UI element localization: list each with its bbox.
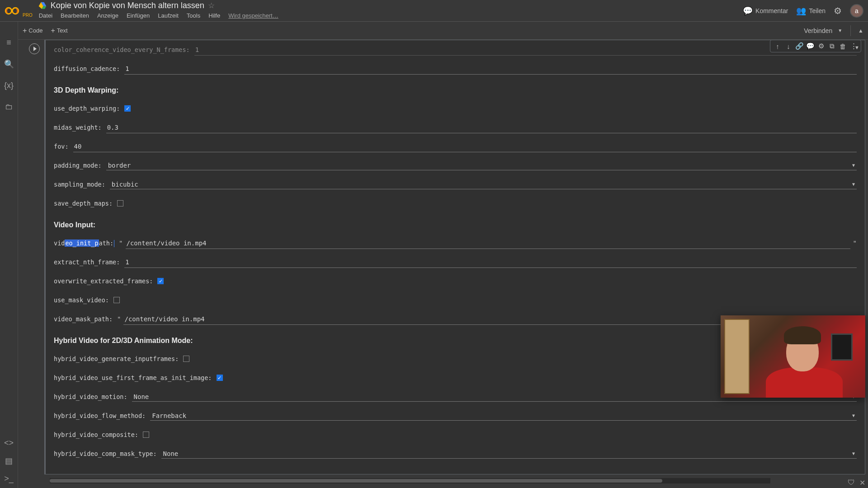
toolbar: +Code +Text Verbinden ▼ ▲ <box>0 22 868 40</box>
gear-icon[interactable]: ⚙ <box>834 5 842 16</box>
padding-mode-select[interactable]: border ▼ <box>106 161 857 170</box>
video-mask-path-label: video_mask_path: <box>54 315 113 323</box>
teilen-label: Teilen <box>809 7 826 14</box>
star-icon[interactable]: ☆ <box>208 1 215 10</box>
midas-weight-label: midas_weight: <box>54 124 102 131</box>
use-depth-warping-checkbox[interactable] <box>124 105 131 112</box>
overwrite-extracted-frames-checkbox[interactable] <box>157 278 164 284</box>
comment-icon: 💬 <box>743 6 753 16</box>
connect-label: Verbinden <box>804 27 832 34</box>
menu-anzeige[interactable]: Anzeige <box>97 12 118 19</box>
hybrid-flow-select[interactable]: Farneback ▼ <box>150 411 857 421</box>
hybrid-mask-type-value: None <box>163 450 179 457</box>
save-status: Wird gespeichert… <box>228 12 278 19</box>
video-init-path-label: video_init_path: <box>54 239 114 247</box>
notebook: ↑ ↓ 🔗 💬 ⚙ ⧉ 🗑 ⋮ color_coherence_video_ev… <box>24 40 865 483</box>
use-mask-video-checkbox[interactable] <box>113 297 120 303</box>
webcam-overlay <box>721 315 865 398</box>
hybrid-generate-checkbox[interactable] <box>183 356 189 362</box>
chevron-down-icon: ▼ <box>852 413 855 418</box>
menu-hilfe[interactable]: Hilfe <box>208 12 220 19</box>
save-depth-maps-label: save_depth_maps: <box>54 200 113 207</box>
code-snippets-icon[interactable]: <> <box>4 438 14 448</box>
expand-triangle-icon[interactable]: ▼ <box>854 45 859 50</box>
section-video-input: Video Input: <box>54 221 857 229</box>
menu-bar: Datei Bearbeiten Anzeige Einfügen Laufze… <box>38 11 278 21</box>
hybrid-motion-label: hybrid_video_motion: <box>54 393 127 400</box>
add-code-label: Code <box>28 27 42 34</box>
overwrite-extracted-frames-label: overwrite_extracted_frames: <box>54 277 153 285</box>
main-area: ↑ ↓ 🔗 💬 ⚙ ⧉ 🗑 ⋮ color_coherence_video_ev… <box>18 40 868 488</box>
menu-einfuegen[interactable]: Einfügen <box>127 12 150 19</box>
chevron-down-icon: ▼ <box>852 182 855 187</box>
hybrid-first-frame-label: hybrid_video_use_first_frame_as_init_ima… <box>54 374 212 381</box>
extract-nth-frame-input[interactable] <box>124 257 857 268</box>
menu-datei[interactable]: Datei <box>39 12 52 19</box>
bottom-right-icons: 🛡 ✕ <box>848 479 865 487</box>
menu-laufzeit[interactable]: Laufzeit <box>158 12 179 19</box>
search-icon[interactable]: 🔍 <box>4 59 14 69</box>
add-code-button[interactable]: +Code <box>23 27 42 35</box>
shield-icon[interactable]: 🛡 <box>848 479 855 487</box>
extract-nth-frame-label: extract_nth_frame: <box>54 258 120 266</box>
folder-icon[interactable]: 🗀 <box>5 102 13 112</box>
left-rail: ≡ 🔍 {x} 🗀 <> ▤ >_ <box>0 22 18 488</box>
terminal-icon[interactable]: >_ <box>4 474 14 483</box>
hybrid-mask-type-label: hybrid_video_comp_mask_type: <box>54 450 157 457</box>
kommentar-button[interactable]: 💬 Kommentar <box>743 6 788 16</box>
menu-bearbeiten[interactable]: Bearbeiten <box>61 12 89 19</box>
color-coherence-label: color_coherence_video_every_N_frames: <box>54 46 190 53</box>
hybrid-flow-label: hybrid_video_flow_method: <box>54 412 146 419</box>
hybrid-composite-checkbox[interactable] <box>143 432 149 438</box>
save-depth-maps-checkbox[interactable] <box>117 200 123 206</box>
run-button[interactable] <box>29 43 40 54</box>
fov-input[interactable] <box>73 141 857 152</box>
cell-body: ↑ ↓ 🔗 💬 ⚙ ⧉ 🗑 ⋮ color_coherence_video_ev… <box>44 40 865 474</box>
chevron-down-icon: ▼ <box>852 163 855 168</box>
hybrid-mask-type-select[interactable]: None ▼ <box>161 449 857 459</box>
use-mask-video-label: use_mask_video: <box>54 296 109 304</box>
use-depth-warping-label: use_depth_warping: <box>54 105 120 112</box>
kommentar-label: Kommentar <box>755 7 788 14</box>
midas-weight-input[interactable] <box>106 122 857 133</box>
section-3d-depth: 3D Depth Warping: <box>54 86 857 94</box>
add-text-label: Text <box>57 27 68 34</box>
colab-logo <box>5 5 21 16</box>
hybrid-flow-value: Farneback <box>152 412 186 419</box>
padding-mode-label: padding_mode: <box>54 162 102 169</box>
hybrid-composite-label: hybrid_video_composite: <box>54 431 138 438</box>
avatar[interactable]: a <box>850 4 863 18</box>
pro-badge: PRO <box>23 13 33 18</box>
hybrid-first-frame-checkbox[interactable] <box>217 375 223 381</box>
connect-button[interactable]: Verbinden ▼ <box>798 25 848 36</box>
variables-icon[interactable]: {x} <box>4 81 14 90</box>
menu-tools[interactable]: Tools <box>187 12 200 19</box>
hybrid-generate-label: hybrid_video_generate_inputframes: <box>54 355 179 362</box>
video-init-path-input[interactable] <box>126 238 850 249</box>
chevron-down-icon: ▼ <box>838 28 842 33</box>
sampling-mode-value: bicubic <box>112 181 138 188</box>
sampling-mode-label: sampling_mode: <box>54 181 105 188</box>
collapse-icon[interactable]: ▲ <box>854 25 868 37</box>
diffusion-cadence-input[interactable] <box>124 63 857 75</box>
fov-label: fov: <box>54 143 69 150</box>
document-title[interactable]: Kopie von Kopie von Mensch altern lassen <box>51 1 204 10</box>
share-icon: 👥 <box>796 6 806 16</box>
hybrid-motion-value: None <box>134 393 149 400</box>
add-text-button[interactable]: +Text <box>51 27 67 35</box>
diffusion-cadence-label: diffusion_cadence: <box>54 65 120 72</box>
sampling-mode-select[interactable]: bicubic ▼ <box>110 180 857 189</box>
header-bar: PRO Kopie von Kopie von Mensch altern la… <box>0 0 868 22</box>
cell-gutter <box>24 40 44 474</box>
command-palette-icon[interactable]: ▤ <box>5 456 13 466</box>
padding-mode-value: border <box>108 162 131 169</box>
color-coherence-input[interactable] <box>194 44 857 56</box>
teilen-button[interactable]: 👥 Teilen <box>796 6 826 16</box>
scrollbar-thumb[interactable] <box>50 479 662 483</box>
close-icon[interactable]: ✕ <box>859 479 865 487</box>
code-cell: ↑ ↓ 🔗 💬 ⚙ ⧉ 🗑 ⋮ color_coherence_video_ev… <box>24 40 865 474</box>
chevron-down-icon: ▼ <box>852 451 855 456</box>
horizontal-scrollbar[interactable] <box>50 478 770 483</box>
drive-icon <box>38 1 47 10</box>
toc-icon[interactable]: ≡ <box>6 38 11 47</box>
